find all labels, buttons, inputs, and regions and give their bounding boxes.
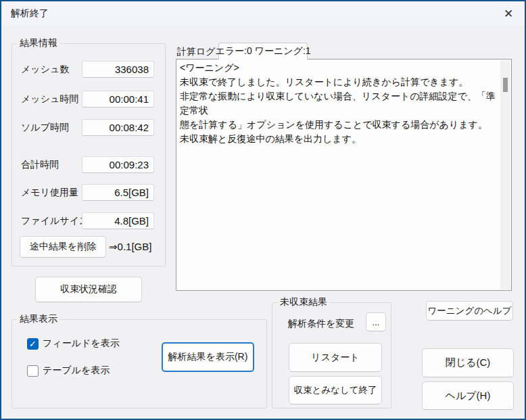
restart-button[interactable]: リスタート	[289, 343, 382, 372]
mesh-count-label: メッシュ数	[21, 61, 69, 78]
show-fields-row: フィールドを表示	[27, 337, 120, 350]
unconverged-group-title: 未収束結果	[277, 296, 330, 308]
tab-error-warning[interactable]: エラー:0 ワーニング:1	[218, 43, 308, 60]
tab-calculation-log[interactable]: 計算ログ	[175, 45, 217, 59]
total-time-label: 合計時間	[21, 156, 59, 173]
show-table-label: テーブルを表示	[43, 365, 110, 377]
analysis-finished-dialog: 解析終了 ✕ 結果情報 メッシュ数 336038 メッシュ時間 00:00:41…	[0, 0, 526, 420]
mesh-time-value: 00:00:41	[82, 91, 154, 108]
warning-help-button[interactable]: ワーニングのヘルプ	[426, 301, 513, 321]
solve-time-label: ソルブ時間	[21, 119, 69, 136]
log-scrollbar-thumb[interactable]	[503, 78, 508, 92]
result-info-group-title: 結果情報	[17, 37, 60, 49]
show-fields-checkbox[interactable]	[27, 338, 39, 350]
unconverged-results-group: 未収束結果 解析条件を変更 ... リスタート 収束とみなして終了	[272, 302, 391, 409]
window-title: 解析終了	[11, 7, 49, 20]
convergence-status-button[interactable]: 収束状況確認	[35, 277, 142, 302]
show-table-checkbox[interactable]	[27, 365, 39, 377]
close-dialog-button[interactable]: 閉じる(C)	[422, 348, 514, 377]
show-analysis-result-button[interactable]: 解析結果を表示(R)	[162, 342, 254, 372]
delete-intermediate-results-button[interactable]: 途中結果を削除	[20, 236, 106, 258]
delete-size-note: ⇒0.1[GB]	[109, 241, 151, 253]
result-display-group: 結果表示 フィールドを表示 テーブルを表示 解析結果を表示(R)	[11, 319, 267, 409]
mesh-time-label: メッシュ時間	[21, 91, 78, 108]
log-scrollbar[interactable]	[500, 60, 510, 289]
log-output-area[interactable]: <ワーニング> 未収束で終了しました。リスタートにより続きから計算できます。 非…	[176, 59, 512, 291]
title-bar: 解析終了 ✕	[1, 1, 525, 26]
file-size-value: 4.8[GB]	[82, 212, 154, 229]
help-button[interactable]: ヘルプ(H)	[422, 381, 514, 410]
memory-usage-value: 6.5[GB]	[82, 184, 154, 201]
close-icon[interactable]: ✕	[499, 4, 518, 23]
warning-log-text: <ワーニング> 未収束で終了しました。リスタートにより続きから計算できます。 非…	[180, 61, 496, 146]
show-table-row: テーブルを表示	[27, 365, 110, 377]
solve-time-value: 00:08:42	[82, 119, 154, 136]
change-condition-label: 解析条件を変更	[288, 318, 354, 330]
memory-usage-label: メモリ使用量	[21, 184, 78, 201]
finish-as-converged-button[interactable]: 収束とみなして終了	[289, 376, 382, 404]
mesh-count-value: 336038	[82, 61, 154, 78]
file-size-label: ファイルサイズ	[21, 212, 89, 229]
result-display-group-title: 結果表示	[17, 313, 60, 325]
total-time-value: 00:09:23	[82, 156, 154, 173]
result-info-group: 結果情報 メッシュ数 336038 メッシュ時間 00:00:41 ソルブ時間 …	[11, 43, 166, 266]
browse-conditions-button[interactable]: ...	[366, 312, 386, 331]
show-fields-label: フィールドを表示	[43, 337, 120, 350]
